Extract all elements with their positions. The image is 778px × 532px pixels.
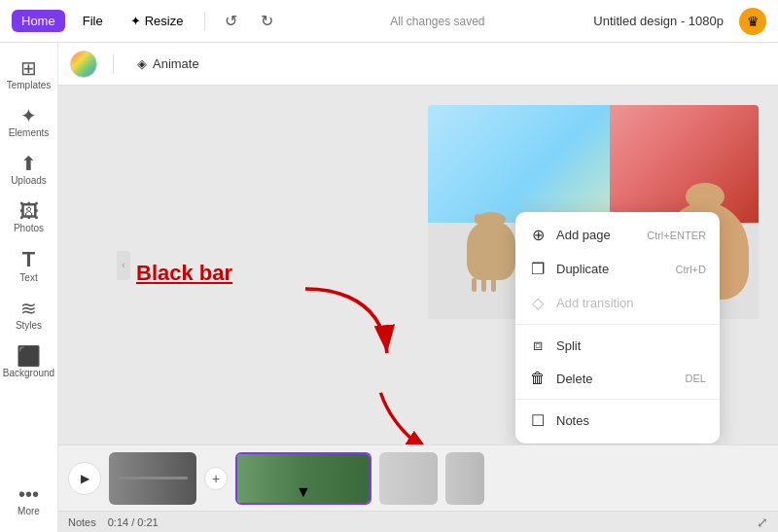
document-title: Untitled design - 1080p <box>593 14 724 28</box>
sidebar-item-photos[interactable]: 🖼 Photos <box>3 194 55 241</box>
sidebar-item-templates[interactable]: ⊞ Templates <box>3 51 55 98</box>
sidebar-label-uploads: Uploads <box>11 175 47 186</box>
cm-add-transition: ◇ Add transition <box>515 286 720 320</box>
uploads-icon: ⬆ <box>20 154 37 173</box>
sidebar-item-styles[interactable]: ≋ Styles <box>3 291 55 338</box>
cm-add-page-shortcut: Ctrl+ENTER <box>647 230 706 241</box>
animate-label: Animate <box>153 56 199 71</box>
duplicate-icon: ❐ <box>529 260 547 278</box>
sidebar-item-background[interactable]: ⬛ Background <box>3 338 55 386</box>
notes-icon: ☐ <box>529 411 547 430</box>
redo-button[interactable]: ↻ <box>253 8 281 34</box>
timeline-bottom-bar: Notes 0:14 / 0:21 ⤢ <box>58 511 778 532</box>
topbar: Home File ✦ Resize ↺ ↻ All changes saved… <box>0 0 778 43</box>
styles-icon: ≋ <box>20 299 37 318</box>
black-bar-label: Black bar <box>136 261 232 286</box>
sidebar-item-more[interactable]: ••• More <box>3 477 55 524</box>
expand-button[interactable]: ⤢ <box>757 514 768 530</box>
red-arrow-1 <box>282 266 399 382</box>
canvas-area[interactable]: ‹ Black bar <box>58 86 778 444</box>
more-icon: ••• <box>18 484 39 504</box>
sidebar-label-background: Background <box>3 368 54 378</box>
photos-icon: 🖼 <box>19 201 39 221</box>
resize-button[interactable]: ✦ Resize <box>121 10 194 32</box>
file-button[interactable]: File <box>73 10 113 32</box>
delete-icon: 🗑 <box>529 370 547 387</box>
elements-icon: ✦ <box>20 106 37 125</box>
context-menu: ⊕ Add page Ctrl+ENTER ❐ Duplicate Ctrl+D… <box>515 212 720 443</box>
home-button[interactable]: Home <box>12 10 65 32</box>
timeline: ▶ + ▼ Notes <box>58 444 778 532</box>
cm-split[interactable]: ⧈ Split <box>515 329 720 362</box>
cm-divider-2 <box>515 399 720 400</box>
sidebar-label-photos: Photos <box>14 223 44 233</box>
toolbar-separator <box>204 12 205 31</box>
add-transition-icon: ◇ <box>529 294 547 312</box>
sidebar-item-elements[interactable]: ✦ Elements <box>3 98 55 146</box>
sub-separator <box>113 54 114 74</box>
cm-duplicate[interactable]: ❐ Duplicate Ctrl+D <box>515 252 720 286</box>
main-content: ◈ Animate ‹ Black bar <box>58 43 778 532</box>
cm-duplicate-label: Duplicate <box>556 262 609 276</box>
cm-add-page-label: Add page <box>556 228 611 242</box>
cm-divider-1 <box>515 324 720 325</box>
sidebar-label-elements: Elements <box>9 127 50 138</box>
sidebar-label-more: More <box>18 506 40 516</box>
subtoolbar: ◈ Animate <box>58 43 778 86</box>
timeline-tracks: ▶ + ▼ <box>58 445 778 511</box>
red-arrow-2 <box>360 387 457 444</box>
background-icon: ⬛ <box>17 346 41 366</box>
notes-label: Notes <box>68 516 96 528</box>
save-status: All changes saved <box>289 15 585 28</box>
cm-delete-shortcut: DEL <box>686 372 706 384</box>
play-button[interactable]: ▶ <box>68 462 101 495</box>
text-icon: T <box>22 249 35 270</box>
animate-icon: ◈ <box>137 56 147 71</box>
sidebar-label-templates: Templates <box>7 80 52 90</box>
sidebar: ⊞ Templates ✦ Elements ⬆ Uploads 🖼 Photo… <box>0 43 58 532</box>
timeline-clip-1[interactable] <box>109 452 196 505</box>
crown-badge[interactable]: ♛ <box>739 8 766 35</box>
sidebar-item-uploads[interactable]: ⬆ Uploads <box>3 146 55 194</box>
timeline-clip-3[interactable] <box>379 452 438 505</box>
collapse-handle[interactable]: ‹ <box>117 251 130 280</box>
timeline-clip-4[interactable] <box>445 452 484 505</box>
cm-split-label: Split <box>556 338 581 353</box>
cm-add-page[interactable]: ⊕ Add page Ctrl+ENTER <box>515 218 720 252</box>
add-clip-button[interactable]: + <box>204 467 228 490</box>
sidebar-label-styles: Styles <box>16 320 42 331</box>
main-layout: ⊞ Templates ✦ Elements ⬆ Uploads 🖼 Photo… <box>0 43 778 532</box>
resize-icon: ✦ <box>130 14 141 28</box>
cm-duplicate-shortcut: Ctrl+D <box>676 264 706 275</box>
sidebar-item-text[interactable]: T Text <box>3 241 55 291</box>
timeline-clip-2[interactable]: ▼ <box>235 452 371 505</box>
cm-add-transition-label: Add transition <box>556 296 634 310</box>
templates-icon: ⊞ <box>20 58 37 78</box>
cm-notes-label: Notes <box>556 413 589 428</box>
cm-notes[interactable]: ☐ Notes <box>515 404 720 438</box>
add-page-icon: ⊕ <box>529 226 547 244</box>
animal-1 <box>467 222 515 280</box>
animate-button[interactable]: ◈ Animate <box>129 53 207 75</box>
clip-marker: ▼ <box>296 483 311 501</box>
cm-delete-label: Delete <box>556 372 593 386</box>
time-display: 0:14 / 0:21 <box>108 516 159 528</box>
split-icon: ⧈ <box>529 337 547 354</box>
sidebar-label-text: Text <box>19 272 37 283</box>
cm-delete[interactable]: 🗑 Delete DEL <box>515 362 720 395</box>
color-picker[interactable] <box>70 51 97 78</box>
undo-button[interactable]: ↺ <box>217 8 245 34</box>
